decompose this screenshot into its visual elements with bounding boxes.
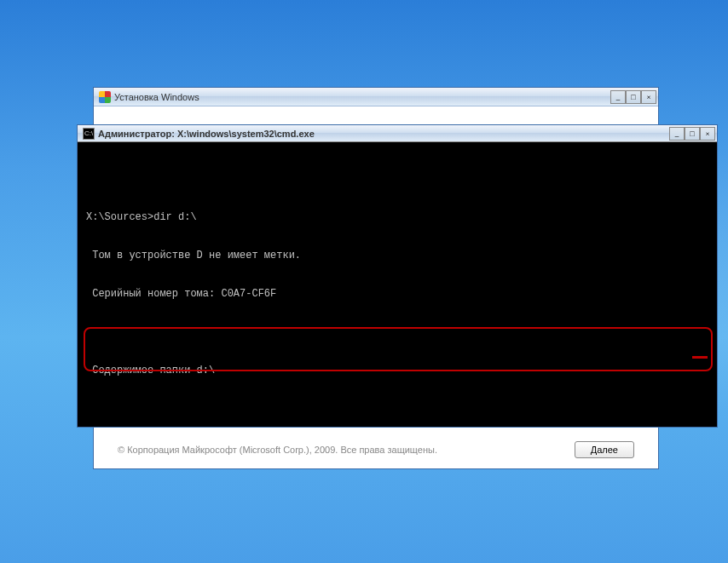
close-button[interactable]: × xyxy=(641,90,656,104)
cmd-titlebar[interactable]: C:\ Администратор: X:\windows\system32\c… xyxy=(78,125,717,142)
cmd-window: C:\ Администратор: X:\windows\system32\c… xyxy=(77,124,718,428)
cmd-title: Администратор: X:\windows\system32\cmd.e… xyxy=(98,129,315,139)
cmd-output: Серийный номер тома: C0A7-CF6F xyxy=(86,288,708,301)
next-button[interactable]: Далее xyxy=(575,441,634,458)
copyright-text: © Корпорация Майкрософт (Microsoft Corp.… xyxy=(118,445,437,455)
cmd-titlebar-buttons: _ □ × xyxy=(669,127,715,141)
maximize-button[interactable]: □ xyxy=(626,90,641,104)
cmd-minimize-button[interactable]: _ xyxy=(669,127,685,141)
cmd-icon: C:\ xyxy=(83,128,95,140)
minimize-button[interactable]: _ xyxy=(610,90,626,104)
cmd-close-button[interactable]: × xyxy=(700,127,715,141)
cmd-maximize-button[interactable]: □ xyxy=(685,127,700,141)
installer-title: Установка Windows xyxy=(114,92,199,102)
installer-titlebar-buttons: _ □ × xyxy=(610,90,656,104)
cmd-line: X:\Sources>dir d:\ xyxy=(86,211,708,224)
cmd-terminal[interactable]: X:\Sources>dir d:\ Том в устройстве D не… xyxy=(78,142,717,427)
installer-footer: © Корпорация Майкрософт (Microsoft Corp.… xyxy=(118,441,634,458)
installer-titlebar[interactable]: Установка Windows _ □ × xyxy=(94,88,658,106)
cmd-output: Содержимое папки d:\ xyxy=(86,365,708,377)
windows-flag-icon xyxy=(99,91,111,103)
cmd-output: Том в устройстве D не имеет метки. xyxy=(86,250,708,262)
